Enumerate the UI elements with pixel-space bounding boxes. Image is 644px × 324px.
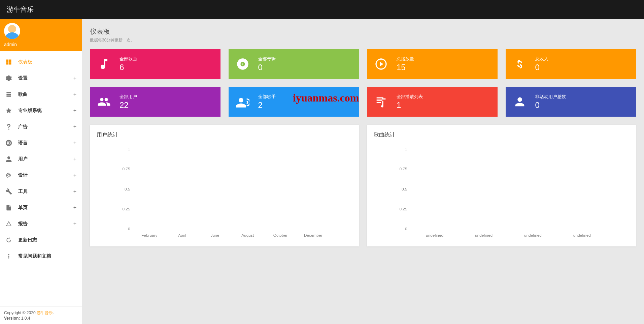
sidebar-item-10[interactable]: 报告+ — [0, 216, 82, 232]
expand-icon: + — [73, 205, 76, 211]
tile-note[interactable]: 全部歌曲6 — [90, 49, 221, 79]
chart-card-1: 歌曲统计00.250.50.751undefinedundefinedundef… — [367, 125, 636, 246]
sidebar-item-8[interactable]: 工具+ — [0, 183, 82, 200]
nav-label: 设置 — [18, 75, 28, 81]
tile-dollar[interactable]: 总收入0 — [506, 49, 636, 79]
sidebar-item-2[interactable]: 歌曲+ — [0, 86, 82, 102]
copyright-link[interactable]: 游牛音乐 — [37, 311, 53, 315]
tile-person[interactable]: 非活动用户总数0 — [506, 87, 636, 117]
nav-label: 专业版系统 — [18, 108, 42, 114]
tile-value: 22 — [120, 100, 137, 110]
nav-label: 更新日志 — [18, 237, 37, 243]
nav-icon — [5, 123, 12, 130]
sidebar-item-9[interactable]: 单页+ — [0, 200, 82, 216]
chart-title: 歌曲统计 — [374, 131, 629, 139]
sidebar-item-11[interactable]: 更新日志 — [0, 232, 82, 248]
footer: Copyright © 2020 游牛音乐. Version: 1.0.4 — [0, 306, 82, 324]
user-box: admin — [0, 19, 82, 51]
chart-title: 用户统计 — [97, 131, 352, 139]
expand-icon: + — [73, 140, 76, 146]
svg-text:undefined: undefined — [426, 233, 443, 238]
expand-icon: + — [73, 75, 76, 81]
tile-label: 全部播放列表 — [397, 94, 423, 100]
tile-playlist[interactable]: 全部播放列表1 — [367, 87, 498, 117]
expand-icon: + — [73, 124, 76, 130]
nav-icon — [5, 107, 12, 114]
nav-icon — [5, 172, 12, 179]
svg-text:0: 0 — [405, 227, 407, 231]
note-icon — [97, 57, 111, 71]
sidebar-item-4[interactable]: 广告+ — [0, 119, 82, 135]
nav-label: 常见问题和文档 — [18, 253, 51, 259]
version-label: Version: — [4, 316, 20, 321]
tile-value: 0 — [535, 100, 566, 110]
svg-text:June: June — [210, 233, 219, 238]
nav-label: 工具 — [18, 188, 28, 195]
expand-icon: + — [73, 172, 76, 178]
sidebar-item-12[interactable]: 常见问题和文档 — [0, 248, 82, 264]
avatar[interactable] — [4, 23, 20, 39]
nav-icon — [5, 140, 12, 146]
tile-value: 1 — [397, 100, 423, 110]
sidebar-item-7[interactable]: 设计+ — [0, 167, 82, 183]
sidebar-item-5[interactable]: 语言+ — [0, 135, 82, 151]
tile-label: 总收入 — [535, 56, 548, 62]
expand-icon: + — [73, 108, 76, 114]
dollar-icon — [512, 57, 527, 71]
chart-body: 00.250.50.751undefinedundefinedundefined… — [374, 145, 629, 240]
copyright-suffix: . — [53, 311, 54, 315]
sidebar-item-0[interactable]: 仪表板 — [0, 54, 82, 70]
nav-label: 用户 — [18, 156, 28, 162]
chart-body: 00.250.50.751FebruaryAprilJuneAugustOcto… — [97, 145, 352, 240]
svg-text:0.25: 0.25 — [399, 207, 407, 211]
nav-icon — [5, 75, 12, 82]
copyright-prefix: Copyright © 2020 — [4, 311, 37, 315]
svg-text:0: 0 — [128, 227, 130, 231]
playlist-icon — [374, 94, 388, 109]
sidebar-item-1[interactable]: 设置+ — [0, 70, 82, 86]
tile-value: 15 — [397, 63, 414, 72]
svg-text:1: 1 — [405, 147, 407, 151]
sidebar: admin 仪表板设置+歌曲+专业版系统+广告+语言+用户+设计+工具+单页+报… — [0, 19, 82, 324]
tile-label: 全部用户 — [120, 94, 137, 100]
tile-value: 6 — [120, 63, 137, 72]
nav-icon — [5, 156, 12, 163]
tile-label: 总播放量 — [397, 56, 414, 62]
nav-icon — [5, 188, 12, 195]
tile-users[interactable]: 全部用户22 — [90, 87, 221, 117]
svg-text:1: 1 — [128, 147, 130, 151]
svg-text:December: December — [304, 233, 323, 238]
expand-icon: + — [73, 188, 76, 195]
tile-play[interactable]: 总播放量15 — [367, 49, 498, 79]
svg-text:undefined: undefined — [475, 233, 493, 238]
tile-value: 0 — [258, 63, 276, 72]
users-icon — [97, 94, 111, 109]
svg-text:0.25: 0.25 — [122, 207, 130, 211]
nav-icon — [5, 204, 12, 211]
topbar: 游牛音乐 — [0, 0, 644, 19]
nav-label: 单页 — [18, 205, 28, 211]
disc-icon — [235, 57, 250, 71]
svg-text:undefined: undefined — [573, 233, 591, 238]
nav-icon — [5, 220, 12, 227]
svg-text:0.5: 0.5 — [125, 187, 130, 192]
tile-label: 非活动用户总数 — [535, 94, 566, 100]
nav-icon — [5, 59, 12, 65]
sidebar-item-3[interactable]: 专业版系统+ — [0, 102, 82, 119]
svg-text:0.75: 0.75 — [122, 167, 130, 171]
user-name: admin — [4, 42, 78, 47]
nav-label: 歌曲 — [18, 91, 28, 97]
tile-label: 全部歌曲 — [120, 56, 137, 62]
version-value: 1.0.4 — [20, 316, 30, 321]
sidebar-item-6[interactable]: 用户+ — [0, 151, 82, 167]
person-icon — [512, 94, 527, 109]
svg-text:undefined: undefined — [524, 233, 542, 238]
main: 仪表板 数据每30分钟更新一次。 全部歌曲6全部专辑0总播放量15总收入0全部用… — [82, 19, 644, 255]
tile-disc[interactable]: 全部专辑0 — [229, 49, 359, 79]
nav-label: 语言 — [18, 140, 28, 146]
chart-svg: 00.250.50.751FebruaryAprilJuneAugustOcto… — [97, 145, 352, 240]
tile-value: 2 — [258, 100, 276, 110]
tile-voice[interactable]: 全部歌手2 — [229, 87, 359, 117]
tile-value: 0 — [535, 63, 548, 72]
voice-icon — [235, 94, 250, 109]
